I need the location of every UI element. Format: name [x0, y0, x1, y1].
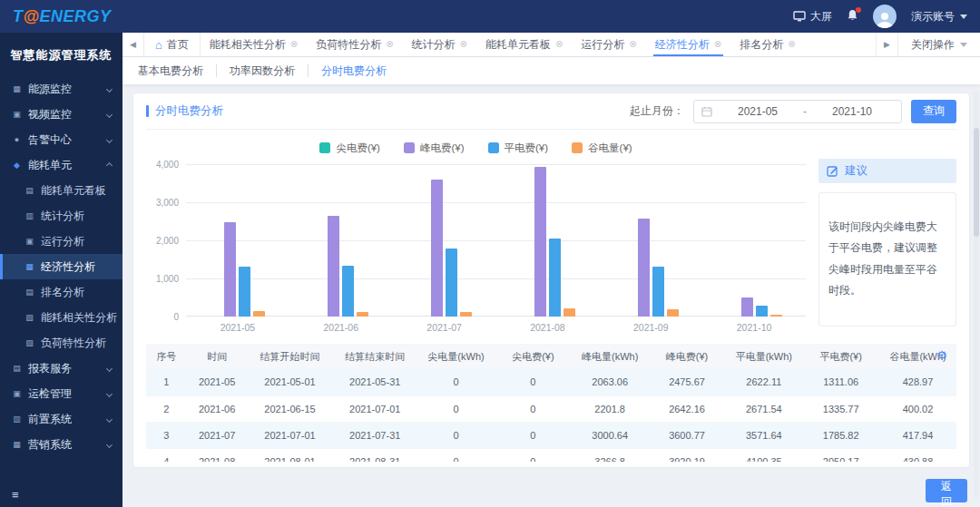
- tabs-scroll-left-icon[interactable]: ◀: [122, 33, 144, 56]
- bar-峰电费(¥)[interactable]: [534, 167, 546, 317]
- bar-平电费(¥)[interactable]: [239, 267, 250, 317]
- sidebar-item-marketing-system[interactable]: ▦营销系统: [0, 432, 122, 457]
- table-wrap: ⚙ 序号时间结算开始时间结算结束时间尖电量(kWh)尖电费(¥)峰电量(kWh)…: [146, 344, 956, 462]
- table-cell: 0: [417, 395, 495, 422]
- tab-1[interactable]: 能耗相关性分析⊗: [201, 33, 307, 56]
- table-cell: 417.94: [879, 422, 956, 448]
- table-cell: 2021-06: [187, 395, 248, 422]
- sidebar-item-video-monitor[interactable]: ▣视频监控: [0, 102, 122, 127]
- scrollbar-track[interactable]: [974, 92, 979, 498]
- tab-close-icon[interactable]: ⊗: [290, 40, 298, 49]
- query-button[interactable]: 查询: [911, 100, 956, 123]
- tab-close-icon[interactable]: ⊗: [460, 40, 467, 49]
- tabs-scroll-right-icon[interactable]: ▶: [876, 33, 897, 56]
- bar-峰电费(¥)[interactable]: [431, 180, 443, 317]
- tab-label: 经济性分析: [655, 37, 710, 53]
- subtab-3[interactable]: 分时电费分析: [309, 64, 399, 77]
- tab-home[interactable]: ⌂ 首页: [144, 33, 201, 56]
- sidebar-item-run-analysis[interactable]: ▣运行分析: [0, 229, 122, 254]
- table-row[interactable]: 42021-082021-08-012021-08-31003266.83920…: [146, 448, 956, 462]
- bar-谷电量(¥)[interactable]: [564, 308, 575, 317]
- sidebar-item-rank-analysis[interactable]: ▤排名分析: [0, 279, 122, 305]
- sidebar-item-energy-unit[interactable]: ◆能耗单元: [0, 152, 122, 178]
- tab-2[interactable]: 负荷特性分析⊗: [307, 33, 402, 56]
- bar-谷电量(¥)[interactable]: [667, 309, 679, 317]
- sidebar-item-stat-analysis[interactable]: ▥统计分析: [0, 203, 122, 229]
- scrollbar-thumb[interactable]: [974, 128, 979, 237]
- table-cell: 3: [146, 422, 187, 448]
- bar-峰电费(¥)[interactable]: [328, 216, 339, 317]
- subtab-bar: 基本电费分析功率因数分析分时电费分析: [122, 57, 980, 84]
- table-row[interactable]: 32021-072021-07-012021-07-31003000.64360…: [146, 422, 956, 448]
- table-header-cell: 平电量(kWh): [725, 344, 802, 369]
- table-row[interactable]: 12021-052021-05-012021-05-31002063.06247…: [146, 369, 956, 395]
- subtab-1[interactable]: 基本电费分析: [122, 64, 217, 77]
- table-cell: 2622.11: [725, 369, 802, 395]
- bar-平电费(¥)[interactable]: [446, 249, 457, 317]
- table-cell: 2021-08-01: [248, 448, 333, 462]
- tab-close-icon[interactable]: ⊗: [555, 40, 563, 49]
- chevron-down-icon: [106, 365, 113, 371]
- legend-item[interactable]: 谷电量(¥): [572, 141, 632, 155]
- sidebar-item-report-service[interactable]: ▤报表服务: [0, 356, 122, 381]
- tab-close-icon[interactable]: ⊗: [629, 40, 636, 49]
- account-menu[interactable]: 演示账号: [911, 9, 967, 24]
- sidebar-collapse-icon[interactable]: ≡: [12, 488, 19, 502]
- bar-平电费(¥)[interactable]: [549, 239, 561, 317]
- tab-6[interactable]: 经济性分析⊗: [646, 33, 730, 56]
- subtab-2[interactable]: 功率因数分析: [217, 64, 309, 77]
- table-cell: 2021-07: [187, 422, 248, 448]
- table-cell: 0: [495, 422, 572, 448]
- tab-close-icon[interactable]: ⊗: [788, 40, 795, 49]
- bar-谷电量(¥)[interactable]: [460, 312, 472, 317]
- table-row[interactable]: 22021-062021-06-152021-07-01002201.82642…: [146, 395, 956, 422]
- sidebar-menu: ▦能源监控▣视频监控●告警中心◆能耗单元▤能耗单元看板▥统计分析▣运行分析▦经济…: [0, 76, 122, 457]
- close-operations-menu[interactable]: 关闭操作: [897, 33, 980, 56]
- bar-峰电费(¥)[interactable]: [638, 219, 650, 317]
- bar-谷电量(¥)[interactable]: [357, 312, 368, 317]
- tab-3[interactable]: 统计分析⊗: [403, 33, 476, 56]
- notification-bell-icon[interactable]: [847, 9, 858, 24]
- tab-4[interactable]: 能耗单元看板⊗: [476, 33, 572, 56]
- sidebar-item-correlation-analysis[interactable]: ▧能耗相关性分析: [0, 305, 122, 330]
- bar-平电费(¥)[interactable]: [342, 266, 354, 317]
- tab-close-icon[interactable]: ⊗: [386, 40, 393, 49]
- back-button[interactable]: 返回: [926, 479, 967, 502]
- sidebar-item-inspection-mgmt[interactable]: ▣运检管理: [0, 381, 122, 406]
- bar-峰电费(¥)[interactable]: [224, 222, 236, 317]
- avatar[interactable]: [873, 5, 897, 28]
- legend-item[interactable]: 平电费(¥): [488, 141, 549, 155]
- table-cell: 400.02: [879, 395, 956, 422]
- sidebar-item-economy-analysis[interactable]: ▦经济性分析: [0, 254, 122, 279]
- legend-item[interactable]: 峰电费(¥): [404, 141, 465, 155]
- bar-谷电量(¥)[interactable]: [770, 315, 782, 317]
- rank-icon: ▤: [24, 288, 34, 297]
- legend-item[interactable]: 尖电费(¥): [319, 141, 380, 155]
- bar-峰电费(¥)[interactable]: [741, 297, 753, 317]
- date-end-value[interactable]: 2021-10: [810, 105, 894, 118]
- sidebar-item-load-analysis[interactable]: ▨负荷特性分析: [0, 330, 122, 356]
- tab-7[interactable]: 排名分析⊗: [730, 33, 804, 56]
- date-range-input[interactable]: 2021-05 - 2021-10: [693, 100, 902, 123]
- chevron-down-icon: [106, 85, 113, 92]
- edit-icon: [827, 165, 838, 177]
- big-screen-button[interactable]: 大屏: [793, 9, 832, 24]
- tab-5[interactable]: 运行分析⊗: [572, 33, 645, 56]
- table-scroll[interactable]: 序号时间结算开始时间结算结束时间尖电量(kWh)尖电费(¥)峰电量(kWh)峰电…: [146, 344, 956, 462]
- tab-close-icon[interactable]: ⊗: [714, 40, 721, 49]
- bar-平电费(¥)[interactable]: [756, 306, 768, 317]
- bar-平电费(¥)[interactable]: [652, 267, 664, 317]
- big-screen-label: 大屏: [810, 9, 832, 24]
- sidebar-item-unit-board[interactable]: ▤能耗单元看板: [0, 178, 122, 203]
- load-icon: ▨: [24, 338, 34, 347]
- sidebar-item-energy-monitor[interactable]: ▦能源监控: [0, 76, 122, 102]
- sidebar-item-front-system[interactable]: ▥前置系统: [0, 406, 122, 432]
- table-settings-gear-icon[interactable]: ⚙: [936, 349, 947, 361]
- bar-谷电量(¥)[interactable]: [253, 311, 265, 317]
- sidebar-item-label: 经济性分析: [41, 259, 95, 275]
- table-cell: 1311.06: [802, 369, 879, 395]
- correlation-icon: ▧: [24, 313, 34, 322]
- date-start-value[interactable]: 2021-05: [716, 105, 799, 118]
- sidebar-item-alarm-center[interactable]: ●告警中心: [0, 127, 122, 152]
- sidebar-title: 智慧能源管理系统: [0, 33, 122, 76]
